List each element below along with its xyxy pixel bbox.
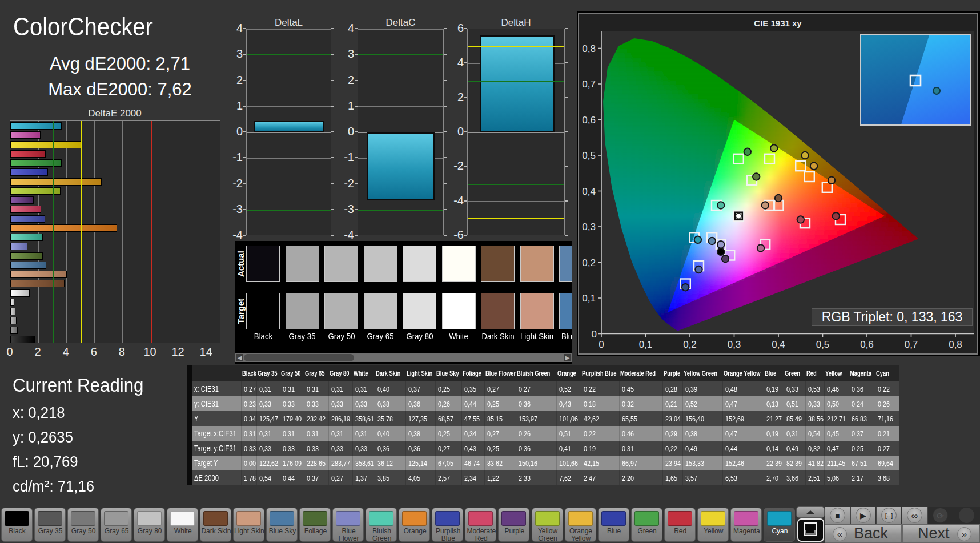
svg-text:0,6: 0,6 <box>582 115 596 126</box>
svg-text:0,8: 0,8 <box>582 43 596 54</box>
svg-text:0,3: 0,3 <box>582 222 596 232</box>
svg-text:0,1: 0,1 <box>639 339 653 350</box>
svg-text:0,7: 0,7 <box>582 79 596 90</box>
svg-text:0,2: 0,2 <box>683 339 697 350</box>
svg-text:0,8: 0,8 <box>949 339 962 350</box>
svg-text:0,3: 0,3 <box>728 339 741 350</box>
svg-text:0,4: 0,4 <box>582 186 596 197</box>
svg-text:0,1: 0,1 <box>582 293 596 304</box>
svg-text:0,2: 0,2 <box>582 258 596 268</box>
svg-text:0,5: 0,5 <box>582 150 596 161</box>
svg-text:0: 0 <box>599 339 604 350</box>
svg-text:0: 0 <box>592 329 597 340</box>
svg-text:0,7: 0,7 <box>905 339 918 350</box>
svg-text:0,5: 0,5 <box>816 339 830 350</box>
svg-text:0,4: 0,4 <box>772 339 785 350</box>
svg-text:0,6: 0,6 <box>860 339 874 350</box>
